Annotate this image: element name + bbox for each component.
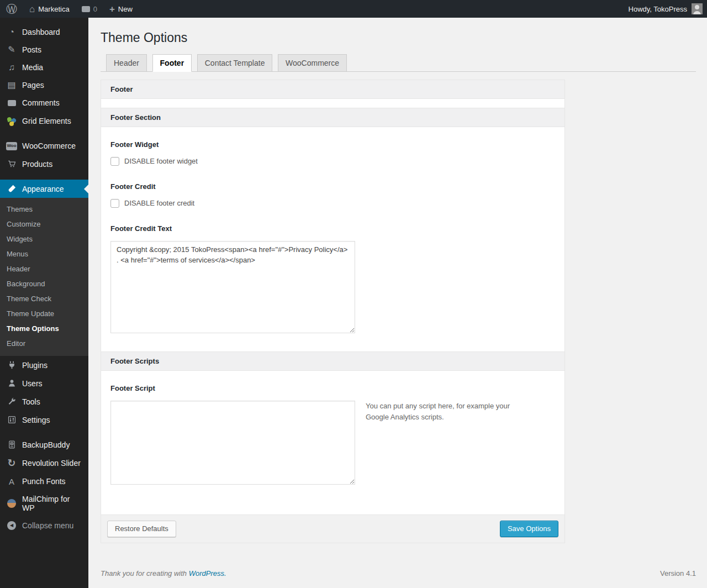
footer-script-note: You can put any script here, for example…: [366, 401, 531, 423]
plugin-icon: [6, 360, 17, 370]
wordpress-icon: Ⓦ: [6, 2, 17, 17]
sidebar-item-label: Settings: [22, 416, 50, 424]
my-account-menu[interactable]: Howdy, TokoPress: [622, 0, 687, 18]
save-options-button[interactable]: Save Options: [500, 521, 558, 537]
grid-elements-icon: [6, 116, 17, 126]
submenu-item-themes[interactable]: Themes: [0, 202, 88, 217]
sidebar-item-label: Collapse menu: [22, 521, 73, 530]
comments-menu[interactable]: 0: [76, 0, 103, 18]
footer-section-bar: Footer Section: [101, 108, 565, 127]
sidebar-item-tools[interactable]: Tools: [0, 392, 88, 411]
submenu-item-customize[interactable]: Customize: [0, 217, 88, 232]
sidebar-item-label: Users: [22, 379, 43, 388]
submenu-item-theme-check[interactable]: Theme Check: [0, 291, 88, 306]
submenu-item-header[interactable]: Header: [0, 261, 88, 276]
sidebar-item-punch-fonts[interactable]: A Punch Fonts: [0, 473, 88, 490]
submenu-item-editor[interactable]: Editor: [0, 336, 88, 351]
sidebar-item-mailchimp[interactable]: MailChimp for WP: [0, 490, 88, 517]
sidebar-item-label: Punch Fonts: [22, 477, 66, 486]
sidebar-item-media[interactable]: ♫ Media: [0, 59, 88, 76]
plus-icon: +: [109, 4, 115, 14]
dashboard-icon: ◔: [6, 28, 17, 36]
sidebar-item-products[interactable]: Products: [0, 155, 88, 173]
footer-thanks-text: Thank you for creating with WordPress.: [101, 569, 226, 578]
submenu-item-theme-options[interactable]: Theme Options: [0, 321, 88, 336]
sidebar-item-label: Media: [22, 63, 43, 72]
panel-actions-bar: Restore Defaults Save Options: [101, 515, 565, 543]
sidebar-item-collapse-menu[interactable]: ◀ Collapse menu: [0, 517, 88, 534]
submenu-item-theme-update[interactable]: Theme Update: [0, 306, 88, 321]
sidebar-item-pages[interactable]: ▤ Pages: [0, 76, 88, 94]
tab-bar: Header Footer Contact Template WooCommer…: [101, 54, 696, 72]
tab-woocommerce[interactable]: WooCommerce: [278, 54, 347, 72]
sidebar-item-backupbuddy[interactable]: BackupBuddy: [0, 435, 88, 454]
submenu-item-background[interactable]: Background: [0, 276, 88, 291]
checkbox-label: DISABLE footer credit: [124, 199, 194, 207]
backup-drive-icon: [6, 440, 17, 449]
submenu-item-widgets[interactable]: Widgets: [0, 232, 88, 246]
tab-contact-template[interactable]: Contact Template: [197, 54, 273, 72]
submenu-item-menus[interactable]: Menus: [0, 246, 88, 261]
sidebar-item-plugins[interactable]: Plugins: [0, 356, 88, 374]
footer-section-body: Footer Widget DISABLE footer widget Foot…: [101, 127, 565, 352]
panel-title-bar: Footer: [101, 80, 565, 99]
disable-footer-widget-checkbox[interactable]: [110, 157, 119, 166]
restore-defaults-button[interactable]: Restore Defaults: [107, 521, 176, 537]
brush-icon: [6, 184, 17, 193]
collapse-arrow-icon: ◀: [6, 521, 17, 530]
tab-header[interactable]: Header: [106, 54, 147, 72]
letter-a-icon: A: [6, 477, 17, 486]
sidebar-item-label: Plugins: [22, 361, 48, 370]
footer-credit-text-input[interactable]: Copyright &copy; 2015 TokoPress<span><a …: [110, 241, 355, 333]
sidebar-item-label: Revolution Slider: [22, 459, 81, 468]
disable-footer-widget-row[interactable]: DISABLE footer widget: [110, 157, 555, 166]
theme-options-panel: Footer Footer Section Footer Widget DISA…: [101, 80, 565, 543]
wp-logo-menu[interactable]: Ⓦ: [0, 0, 23, 18]
wrench-icon: [6, 397, 17, 406]
sidebar-item-woocommerce[interactable]: Woo WooCommerce: [0, 137, 88, 155]
new-content-menu[interactable]: + New: [103, 0, 139, 18]
avatar[interactable]: [692, 3, 703, 14]
sidebar-item-revolution-slider[interactable]: ↻ Revolution Slider: [0, 454, 88, 473]
sidebar-item-label: Posts: [22, 45, 41, 54]
version-text: Version 4.1: [660, 569, 696, 578]
footer-credit-label: Footer Credit: [110, 182, 555, 191]
site-name-menu[interactable]: ⌂ Marketica: [23, 0, 76, 18]
sidebar-item-grid-elements[interactable]: Grid Elements: [0, 112, 88, 130]
sidebar-item-label: Comments: [22, 98, 60, 107]
footer-script-label: Footer Script: [110, 384, 555, 392]
disable-footer-credit-row[interactable]: DISABLE footer credit: [110, 199, 555, 208]
admin-footer: Thank you for creating with WordPress. V…: [101, 569, 696, 585]
sidebar-item-settings[interactable]: Settings: [0, 411, 88, 429]
home-icon: ⌂: [29, 4, 35, 14]
footer-scripts-body: Footer Script You can put any script her…: [101, 371, 565, 515]
footer-widget-label: Footer Widget: [110, 140, 555, 149]
howdy-label: Howdy, TokoPress: [629, 5, 687, 13]
woocommerce-icon: Woo: [6, 142, 17, 150]
disable-footer-credit-checkbox[interactable]: [110, 199, 119, 208]
sidebar-item-label: Grid Elements: [22, 117, 71, 125]
pushpin-icon: ✎: [6, 45, 17, 54]
footer-script-input[interactable]: [110, 401, 355, 485]
sidebar-item-label: WooCommerce: [22, 141, 76, 150]
mailchimp-monkey-icon: [6, 499, 17, 508]
sidebar-item-label: Pages: [22, 81, 44, 90]
checkbox-label: DISABLE footer widget: [124, 157, 198, 165]
sidebar-item-label: Products: [22, 160, 52, 169]
sidebar-item-posts[interactable]: ✎ Posts: [0, 41, 88, 59]
wordpress-link[interactable]: WordPress.: [189, 569, 226, 578]
sidebar-item-appearance[interactable]: Appearance: [0, 180, 88, 198]
sidebar-item-comments[interactable]: Comments: [0, 94, 88, 112]
cycle-arrows-icon: ↻: [6, 458, 17, 468]
comment-bubble-icon: [82, 6, 90, 12]
comments-icon: [6, 100, 17, 106]
appearance-submenu: Themes Customize Widgets Menus Header Ba…: [0, 198, 88, 356]
sidebar-item-dashboard[interactable]: ◔ Dashboard: [0, 23, 88, 41]
tab-footer[interactable]: Footer: [152, 54, 192, 72]
sidebar-item-label: Tools: [22, 397, 40, 406]
panel-spacer: [101, 99, 565, 108]
settings-icon: [6, 415, 17, 424]
user-icon: [6, 379, 17, 388]
sidebar-item-users[interactable]: Users: [0, 374, 88, 392]
page-title: Theme Options: [101, 30, 696, 46]
